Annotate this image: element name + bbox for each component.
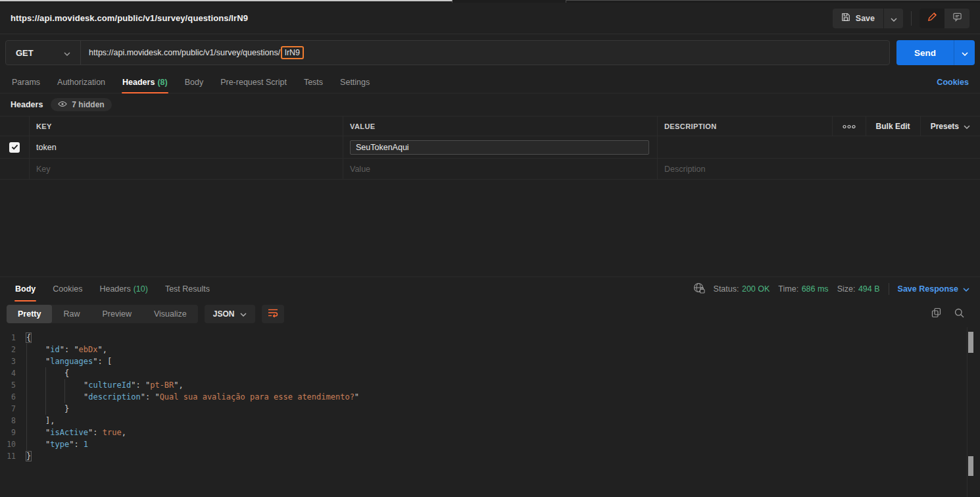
save-response-button[interactable]: Save Response: [898, 284, 969, 294]
url-input[interactable]: https://api.movidesk.com/public/v1/surve…: [81, 46, 312, 59]
code-text: }: [26, 403, 69, 415]
code-text: "languages": [: [26, 355, 112, 367]
tab-params[interactable]: Params: [3, 71, 49, 93]
request-url-row: GET https://api.movidesk.com/public/v1/s…: [0, 34, 980, 71]
value-input[interactable]: SeuTokenAqui: [350, 140, 649, 155]
tab-preview[interactable]: Preview: [91, 305, 142, 323]
tab-test-results[interactable]: Test Results: [157, 277, 218, 301]
send-options-button[interactable]: [954, 40, 975, 65]
hidden-headers-toggle[interactable]: 7 hidden: [51, 98, 111, 111]
indent-guide: [26, 391, 45, 403]
tab-headers[interactable]: Headers(8): [114, 71, 176, 93]
check-icon: [11, 143, 18, 152]
copy-response-button[interactable]: [931, 307, 941, 321]
tab-label: Headers: [99, 284, 130, 294]
cookies-link[interactable]: Cookies: [937, 78, 977, 87]
more-options-button[interactable]: [832, 117, 866, 136]
scrollbar-marker[interactable]: [968, 456, 973, 476]
chevron-down-icon: [962, 47, 968, 59]
indent-guide: [26, 367, 45, 379]
table-row: token SeuTokenAqui: [0, 136, 980, 159]
time-label: Time:: [778, 284, 798, 294]
tab-authorization[interactable]: Authorization: [49, 71, 114, 93]
url-highlight-annotation: lrN9: [281, 46, 304, 59]
column-header-value: VALUE: [343, 117, 657, 136]
code-text: "type": 1: [26, 438, 88, 450]
search-response-button[interactable]: [954, 308, 964, 321]
code-line: 2"id": "ebDx",: [0, 344, 980, 355]
tab-raw[interactable]: Raw: [52, 305, 91, 323]
line-number: 5: [0, 379, 26, 391]
presets-label: Presets: [931, 122, 959, 131]
wrap-lines-button[interactable]: [262, 305, 284, 323]
time-value[interactable]: 686 ms: [802, 284, 829, 294]
code-text: "isActive": true,: [26, 427, 126, 438]
format-select[interactable]: JSON: [205, 305, 256, 323]
tab-body[interactable]: Body: [176, 71, 212, 93]
method-value: GET: [16, 48, 34, 58]
indent-guide: [26, 355, 45, 367]
tab-pre-request-script[interactable]: Pre-request Script: [212, 71, 295, 93]
copy-icon: [931, 307, 941, 321]
tab-tests[interactable]: Tests: [295, 71, 331, 93]
tab-count: (10): [134, 284, 148, 294]
line-number: 3: [0, 355, 26, 367]
code-text: {: [26, 332, 31, 344]
code-text: ],: [26, 415, 55, 427]
tab-pretty[interactable]: Pretty: [7, 305, 52, 323]
tab-body[interactable]: Body: [7, 277, 44, 301]
code-line: 9"isActive": true,: [0, 427, 980, 438]
status-value[interactable]: 200 OK: [742, 284, 770, 294]
save-button[interactable]: Save: [833, 9, 883, 28]
scrollbar-thumb[interactable]: [968, 332, 973, 353]
code-line: 10"type": 1: [0, 438, 980, 450]
save-button-label: Save: [856, 14, 875, 23]
description-cell[interactable]: [657, 136, 980, 158]
globe-lock-icon[interactable]: [693, 282, 705, 296]
key-placeholder[interactable]: Key: [29, 159, 343, 179]
table-header-controls: Bulk Edit Presets: [832, 117, 980, 136]
key-cell[interactable]: token: [29, 136, 343, 158]
tab-label: Cookies: [53, 284, 82, 294]
tab-cookies[interactable]: Cookies: [44, 277, 91, 301]
response-toolbar-right: [931, 307, 973, 321]
description-placeholder[interactable]: Description: [657, 159, 980, 179]
value-placeholder[interactable]: Value: [343, 159, 657, 179]
tab-label: Body: [185, 78, 204, 87]
scrollbar-track: [967, 327, 968, 497]
json-code: 1{2"id": "ebDx",3"languages": [4{5"cultu…: [0, 332, 980, 462]
save-options-button[interactable]: [883, 9, 903, 28]
comments-button[interactable]: [944, 9, 969, 28]
active-window-tab-edge: [0, 0, 453, 3]
response-header: BodyCookiesHeaders(10)Test Results Statu…: [0, 277, 980, 301]
chevron-down-icon: [891, 13, 897, 24]
presets-button[interactable]: Presets: [920, 117, 980, 136]
row-checkbox[interactable]: [9, 142, 20, 153]
toolbar-divider: [911, 11, 912, 26]
code-line: 6"description": "Qual sua avaliação para…: [0, 391, 980, 403]
tab-visualize[interactable]: Visualize: [143, 305, 198, 323]
code-line: 11}: [0, 450, 980, 462]
chevron-down-icon: [963, 284, 969, 294]
chevron-down-icon: [964, 122, 970, 131]
line-number: 2: [0, 344, 26, 355]
size-value[interactable]: 494 B: [858, 284, 880, 294]
edit-button[interactable]: [919, 9, 944, 28]
wrap-text-icon: [268, 308, 278, 320]
send-button[interactable]: Send: [896, 40, 954, 65]
tab-headers[interactable]: Headers(10): [91, 277, 156, 301]
tab-label: Settings: [340, 78, 370, 87]
code-line: 4{: [0, 367, 980, 379]
tab-label: Pretty: [18, 309, 41, 319]
tab-settings[interactable]: Settings: [331, 71, 378, 93]
method-select[interactable]: GET: [6, 41, 81, 65]
comment-icon: [952, 12, 962, 24]
response-panel: BodyCookiesHeaders(10)Test Results Statu…: [0, 276, 980, 497]
response-body-viewer[interactable]: 1{2"id": "ebDx",3"languages": [4{5"cultu…: [0, 327, 980, 497]
bulk-edit-button[interactable]: Bulk Edit: [866, 117, 920, 136]
tab-label: Params: [12, 78, 40, 87]
description-header-label: DESCRIPTION: [664, 122, 717, 130]
edit-comment-group: [919, 9, 969, 28]
indent-guide: [45, 379, 64, 391]
url-bar: GET https://api.movidesk.com/public/v1/s…: [5, 40, 890, 65]
